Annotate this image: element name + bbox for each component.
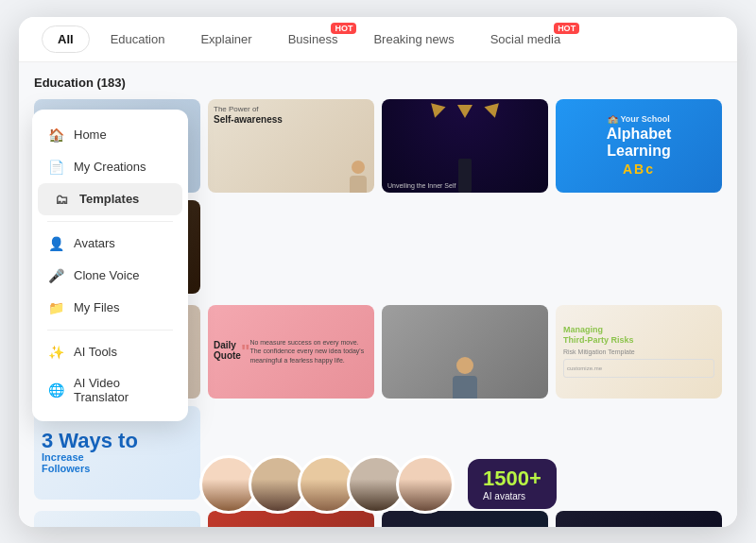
tab-business[interactable]: Business HOT: [273, 26, 353, 52]
menu-my-files-label: My Files: [74, 300, 119, 314]
menu-ai-tools-label: AI Tools: [74, 345, 117, 359]
menu-item-my-files[interactable]: 📁 My Files: [32, 292, 188, 324]
sidebar-menu: 🏠 Home 📄 My Creations 🗂 Templates 👤 Avat…: [32, 110, 188, 421]
menu-clone-voice-label: Clone Voice: [74, 268, 139, 282]
section-title: Education (183): [34, 76, 722, 90]
card-sales-pitch[interactable]: SALESPITCH: [382, 511, 548, 527]
card-alphabet-label: AlphabetLearning: [607, 126, 671, 159]
card-managing-btn: customize.me: [567, 365, 602, 371]
menu-item-home[interactable]: 🏠 Home: [32, 119, 188, 151]
tab-all[interactable]: All: [42, 25, 90, 53]
menu-item-ai-video-translator[interactable]: 🌐 AI Video Translator: [32, 368, 188, 412]
card-alphabet-school: 🏫 Your School: [608, 114, 670, 124]
card-self-awareness[interactable]: The Power of Self-awareness: [208, 99, 374, 193]
main-area: Education (183) The Power of Self-awaren…: [19, 62, 737, 527]
card-self-awareness-label: Self-awareness: [214, 114, 369, 126]
creations-icon: 📄: [47, 159, 64, 176]
menu-templates-label: Templates: [79, 192, 139, 206]
menu-avatars-label: Avatars: [74, 236, 115, 250]
templates-icon: 🗂: [53, 191, 70, 208]
tab-education[interactable]: Education: [95, 26, 180, 52]
card-quote-text: No measure success on every move. The co…: [249, 338, 369, 364]
menu-ai-video-translator-label: AI Video Translator: [74, 376, 173, 404]
card-elevator[interactable]: ELEVATOPITCH DI...: [556, 511, 722, 527]
card-grid-row3: BusinessDevelopment Welcome 2025 A Power…: [34, 511, 722, 527]
app-container: All Education Explainer Business HOT Bre…: [19, 17, 737, 527]
menu-creations-label: My Creations: [74, 160, 146, 174]
clone-voice-icon: 🎤: [47, 267, 64, 284]
card-stage-label: Unveiling the Inner Self: [387, 182, 455, 189]
card-managing[interactable]: ManagingThird-Party Risks Risk Mitigatio…: [556, 305, 722, 399]
menu-item-clone-voice[interactable]: 🎤 Clone Voice: [32, 260, 188, 292]
card-quote-title: Daily Quote: [214, 340, 241, 361]
card-biz-dev[interactable]: BusinessDevelopment: [34, 511, 200, 527]
card-ways-num: 3 Ways to: [42, 431, 193, 451]
ai-video-translator-icon: 🌐: [47, 382, 64, 399]
card-welcome[interactable]: Welcome 2025 A Power Note - Elevate Your…: [208, 511, 374, 527]
ai-tools-icon: ✨: [47, 344, 64, 361]
card-gray-person[interactable]: [382, 305, 548, 399]
menu-item-templates[interactable]: 🗂 Templates: [38, 183, 182, 215]
card-alphabet-learning[interactable]: 🏫 Your School AlphabetLearning ABc: [556, 99, 722, 193]
menu-item-creations[interactable]: 📄 My Creations: [32, 151, 188, 183]
menu-divider-2: [47, 330, 173, 331]
card-ways-text: IncreaseFollowers: [42, 451, 193, 474]
menu-item-ai-tools[interactable]: ✨ AI Tools: [32, 336, 188, 368]
menu-home-label: Home: [74, 127, 107, 142]
tab-breaking-news[interactable]: Breaking news: [358, 26, 469, 52]
tab-social-media[interactable]: Social media HOT: [475, 26, 576, 52]
menu-item-avatars[interactable]: 👤 Avatars: [32, 228, 188, 260]
top-nav: All Education Explainer Business HOT Bre…: [19, 17, 737, 62]
card-stage[interactable]: Unveiling the Inner Self: [382, 99, 548, 193]
card-managing-title: ManagingThird-Party Risks: [563, 325, 634, 346]
avatars-icon: 👤: [47, 235, 64, 252]
card-managing-sub: Risk Mitigation Template: [563, 348, 635, 355]
card-alphabet-abc: ABc: [623, 161, 655, 177]
tab-explainer[interactable]: Explainer: [185, 26, 266, 52]
card-quote[interactable]: Daily Quote " No measure success on ever…: [208, 305, 374, 399]
hot-badge-social: HOT: [554, 23, 579, 34]
menu-divider-1: [47, 221, 173, 222]
my-files-icon: 📁: [47, 299, 64, 316]
hot-badge-business: HOT: [331, 23, 356, 34]
home-icon: 🏠: [47, 127, 64, 144]
